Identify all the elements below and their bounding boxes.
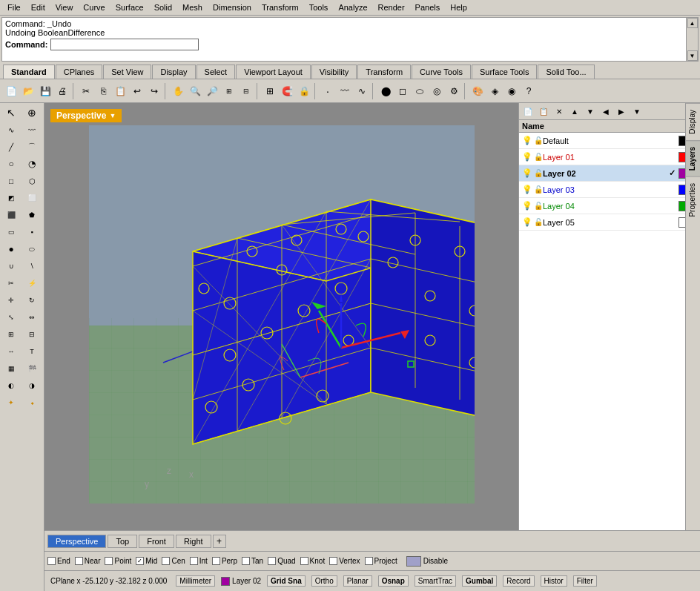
layer-bulb-default[interactable]: 💡 [522,136,532,145]
snap-quad[interactable]: Quad [268,557,295,565]
icon-open[interactable]: 📂 [20,83,36,99]
tool-trim[interactable]: ✂ [1,275,21,291]
layer-bulb-01[interactable]: 💡 [522,152,532,162]
icon-pan[interactable]: ✋ [170,83,186,99]
snap-end-cb[interactable] [47,557,56,565]
layer-lock-default[interactable]: 🔓 [534,136,543,145]
tool-move[interactable]: ✛ [1,292,21,308]
snap-cen-cb[interactable] [162,557,170,565]
snap-project-cb[interactable] [365,557,373,565]
snap-near[interactable]: Near [75,557,101,565]
tool-dim[interactable]: ↔ [1,343,21,360]
icon-zoom-out[interactable]: 🔎 [204,83,220,99]
menu-view[interactable]: View [51,1,78,13]
tool-join[interactable]: ⬥ [22,394,42,411]
tool-polygon[interactable]: ⬡ [22,173,42,189]
menu-surface[interactable]: Surface [111,1,148,13]
command-scrollbar[interactable]: ▲ ▼ [686,18,698,61]
menu-solid[interactable]: Solid [150,1,176,13]
snap-quad-cb[interactable] [268,557,276,565]
menu-mesh[interactable]: Mesh [178,1,207,13]
layer-lock-03[interactable]: 🔓 [534,185,543,194]
tool-render2[interactable]: ◑ [22,377,42,394]
menu-transform[interactable]: Transform [257,1,303,13]
tool-circle[interactable]: ○ [1,156,21,172]
icon-lock[interactable]: 🔒 [296,83,312,99]
icon-save[interactable]: 💾 [37,83,53,99]
snap-knot-cb[interactable] [300,557,308,565]
menu-analyze[interactable]: Analyze [334,1,372,13]
tool-plane[interactable]: ▭ [1,224,21,240]
vp-tab-perspective[interactable]: Perspective [47,535,106,548]
tool-annotation[interactable]: T [22,343,42,360]
layers-prev[interactable]: ◀ [598,105,613,118]
snap-perp-cb[interactable] [212,557,220,565]
tool-rotate[interactable]: ↻ [22,292,42,308]
vp-tab-right[interactable]: Right [176,535,211,548]
tab-curve-tools[interactable]: Curve Tools [412,65,471,79]
snap-mid[interactable]: ✓ Mid [136,557,157,565]
tool-select-arrow[interactable]: ↖ [1,105,21,121]
tool-rect[interactable]: □ [1,173,21,189]
tab-surface-tools[interactable]: Surface Tools [472,65,537,79]
layer-row-01[interactable]: 💡 🔓 Layer 01 ◆ [519,149,700,165]
menu-tools[interactable]: Tools [305,1,333,13]
menu-curve[interactable]: Curve [79,1,109,13]
icon-paste[interactable]: 📋 [112,83,128,99]
tool-freeform[interactable]: 〰 [22,122,42,138]
snap-point-cb[interactable] [105,557,113,565]
layer-bulb-05[interactable]: 💡 [522,217,532,227]
tool-arc[interactable]: ◔ [22,156,42,172]
icon-zoom-all[interactable]: ⊟ [238,83,254,99]
status-layer-name[interactable]: Layer 02 [232,577,261,585]
status-grid-snap[interactable]: Grid Sna [267,575,306,587]
tool-surface-edge[interactable]: ⬜ [22,190,42,206]
status-record[interactable]: Record [503,575,534,587]
tool-box[interactable]: ▪ [22,224,42,240]
icon-print[interactable]: 🖨 [54,83,70,99]
status-history[interactable]: Histor [541,575,567,587]
tool-polyline[interactable]: ⌒ [22,139,42,155]
viewport-scene[interactable]: y z x [89,125,475,503]
icon-cut[interactable]: ✂ [78,83,94,99]
status-filter[interactable]: Filter [573,575,597,587]
layer-bulb-04[interactable]: 💡 [522,201,532,211]
tool-zebra[interactable]: 🏁 [22,360,42,377]
tool-group[interactable]: ⊟ [22,326,42,343]
tab-cplanes[interactable]: CPlanes [56,65,103,79]
vp-tab-front[interactable]: Front [139,535,174,548]
vp-tab-top[interactable]: Top [108,535,137,548]
menu-panels[interactable]: Panels [411,1,445,13]
layers-next[interactable]: ▶ [614,105,629,118]
scroll-down-btn[interactable]: ▼ [687,50,698,61]
viewport-dropdown-icon[interactable]: ▼ [109,112,116,119]
snap-int[interactable]: Int [190,557,208,565]
command-input[interactable] [50,39,199,50]
tool-split[interactable]: ⚡ [22,275,42,291]
tool-scale[interactable]: ⤡ [1,309,21,326]
layer-lock-02[interactable]: 🔓 [534,169,543,177]
layer-lock-01[interactable]: 🔓 [534,153,543,161]
menu-edit[interactable]: Edit [27,1,50,13]
tool-analysis[interactable]: ▦ [1,360,21,377]
snap-tan[interactable]: Tan [242,557,263,565]
menu-help[interactable]: Help [446,1,472,13]
snap-vertex[interactable]: Vertex [329,557,360,565]
layers-new-child[interactable]: 📋 [536,105,551,118]
layer-bulb-02[interactable]: 💡 [522,168,532,178]
icon-redo[interactable]: ↪ [146,83,162,99]
snap-knot[interactable]: Knot [300,557,326,565]
layer-bulb-03[interactable]: 💡 [522,185,532,194]
tab-set-view[interactable]: Set View [103,65,151,79]
tab-transform[interactable]: Transform [357,65,411,79]
side-tab-display[interactable]: Display [686,103,700,140]
tab-solid-tools[interactable]: Solid Too... [538,65,594,79]
layer-row-02[interactable]: 💡 🔓 Layer 02 ✓ ◆ [519,165,700,182]
icon-curve1[interactable]: 〰 [337,83,353,99]
tool-curve-pt[interactable]: ∿ [1,122,21,138]
icon-gear[interactable]: ⚙ [446,83,462,99]
snap-cen[interactable]: Cen [162,557,185,565]
layer-row-default[interactable]: 💡 🔓 Default ◆ [519,133,700,149]
tool-surface-pt[interactable]: ◩ [1,190,21,206]
layer-row-05[interactable]: 💡 🔓 Layer 05 ◇ [519,214,700,231]
